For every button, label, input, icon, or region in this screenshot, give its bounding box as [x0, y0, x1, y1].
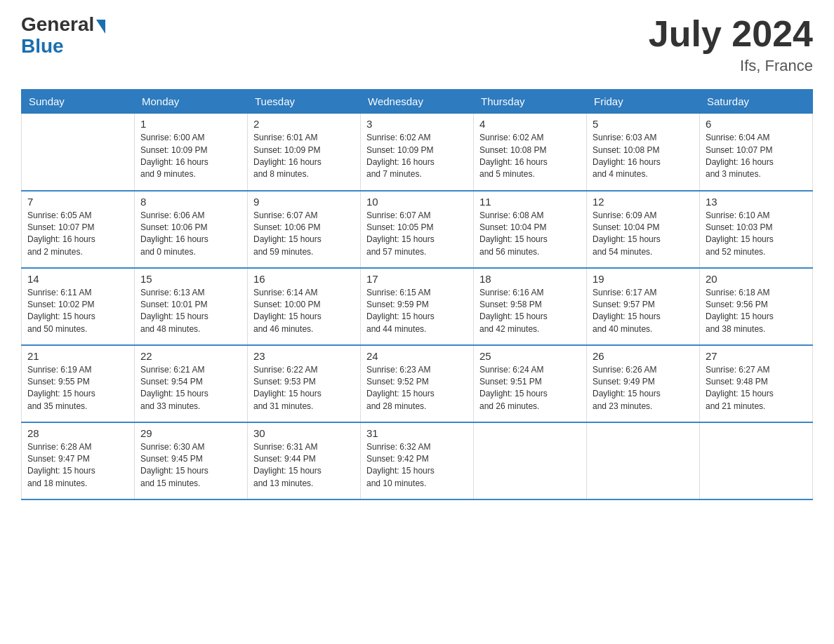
day-number: 20 [706, 273, 807, 285]
calendar-cell: 1Sunrise: 6:00 AM Sunset: 10:09 PM Dayli… [135, 114, 248, 191]
calendar-cell [587, 422, 700, 499]
day-info: Sunrise: 6:15 AM Sunset: 9:59 PM Dayligh… [366, 287, 468, 336]
calendar-cell: 22Sunrise: 6:21 AM Sunset: 9:54 PM Dayli… [135, 345, 248, 422]
day-info: Sunrise: 6:17 AM Sunset: 9:57 PM Dayligh… [593, 287, 694, 336]
weekday-header-friday: Friday [587, 90, 700, 114]
day-info: Sunrise: 6:02 AM Sunset: 10:08 PM Daylig… [479, 132, 581, 181]
weekday-header-saturday: Saturday [700, 90, 813, 114]
day-number: 16 [253, 273, 355, 285]
calendar-cell: 10Sunrise: 6:07 AM Sunset: 10:05 PM Dayl… [361, 191, 474, 268]
day-info: Sunrise: 6:19 AM Sunset: 9:55 PM Dayligh… [27, 364, 128, 413]
day-info: Sunrise: 6:05 AM Sunset: 10:07 PM Daylig… [27, 210, 128, 259]
day-info: Sunrise: 6:14 AM Sunset: 10:00 PM Daylig… [253, 287, 355, 336]
calendar-cell: 3Sunrise: 6:02 AM Sunset: 10:09 PM Dayli… [361, 114, 474, 191]
calendar-cell: 2Sunrise: 6:01 AM Sunset: 10:09 PM Dayli… [248, 114, 361, 191]
calendar-cell: 17Sunrise: 6:15 AM Sunset: 9:59 PM Dayli… [361, 268, 474, 345]
day-number: 17 [366, 273, 468, 285]
day-number: 9 [253, 196, 355, 208]
day-number: 11 [479, 196, 581, 208]
weekday-header-monday: Monday [135, 90, 248, 114]
calendar-cell [474, 422, 587, 499]
calendar-cell: 26Sunrise: 6:26 AM Sunset: 9:49 PM Dayli… [587, 345, 700, 422]
calendar-cell: 30Sunrise: 6:31 AM Sunset: 9:44 PM Dayli… [248, 422, 361, 499]
title-block: July 2024 Ifs, France [649, 14, 813, 75]
day-number: 22 [140, 350, 241, 362]
weekday-header-tuesday: Tuesday [248, 90, 361, 114]
day-info: Sunrise: 6:28 AM Sunset: 9:47 PM Dayligh… [27, 441, 128, 490]
day-number: 18 [479, 273, 581, 285]
calendar-week-row: 7Sunrise: 6:05 AM Sunset: 10:07 PM Dayli… [22, 191, 813, 268]
day-info: Sunrise: 6:18 AM Sunset: 9:56 PM Dayligh… [706, 287, 807, 336]
day-info: Sunrise: 6:07 AM Sunset: 10:05 PM Daylig… [366, 210, 468, 259]
calendar-week-row: 21Sunrise: 6:19 AM Sunset: 9:55 PM Dayli… [22, 345, 813, 422]
day-info: Sunrise: 6:02 AM Sunset: 10:09 PM Daylig… [366, 132, 468, 181]
day-number: 12 [593, 196, 694, 208]
calendar-body: 1Sunrise: 6:00 AM Sunset: 10:09 PM Dayli… [22, 114, 813, 499]
calendar-cell: 15Sunrise: 6:13 AM Sunset: 10:01 PM Dayl… [135, 268, 248, 345]
calendar-cell: 31Sunrise: 6:32 AM Sunset: 9:42 PM Dayli… [361, 422, 474, 499]
day-number: 7 [27, 196, 128, 208]
calendar-cell: 14Sunrise: 6:11 AM Sunset: 10:02 PM Dayl… [22, 268, 135, 345]
day-info: Sunrise: 6:24 AM Sunset: 9:51 PM Dayligh… [479, 364, 581, 413]
calendar-cell: 19Sunrise: 6:17 AM Sunset: 9:57 PM Dayli… [587, 268, 700, 345]
day-number: 23 [253, 350, 355, 362]
day-number: 14 [27, 273, 128, 285]
day-info: Sunrise: 6:30 AM Sunset: 9:45 PM Dayligh… [140, 441, 241, 490]
calendar-cell: 5Sunrise: 6:03 AM Sunset: 10:08 PM Dayli… [587, 114, 700, 191]
calendar-cell [22, 114, 135, 191]
calendar-title: July 2024 [649, 14, 813, 54]
day-info: Sunrise: 6:13 AM Sunset: 10:01 PM Daylig… [140, 287, 241, 336]
day-number: 28 [27, 427, 128, 439]
day-info: Sunrise: 6:22 AM Sunset: 9:53 PM Dayligh… [253, 364, 355, 413]
day-number: 13 [706, 196, 807, 208]
day-number: 2 [253, 118, 355, 130]
day-info: Sunrise: 6:10 AM Sunset: 10:03 PM Daylig… [706, 210, 807, 259]
day-number: 27 [706, 350, 807, 362]
day-info: Sunrise: 6:32 AM Sunset: 9:42 PM Dayligh… [366, 441, 468, 490]
calendar-week-row: 14Sunrise: 6:11 AM Sunset: 10:02 PM Dayl… [22, 268, 813, 345]
logo-text: General Blue [21, 14, 105, 58]
day-info: Sunrise: 6:31 AM Sunset: 9:44 PM Dayligh… [253, 441, 355, 490]
calendar-cell: 24Sunrise: 6:23 AM Sunset: 9:52 PM Dayli… [361, 345, 474, 422]
calendar-cell: 16Sunrise: 6:14 AM Sunset: 10:00 PM Dayl… [248, 268, 361, 345]
day-number: 4 [479, 118, 581, 130]
weekday-header-thursday: Thursday [474, 90, 587, 114]
calendar-cell: 13Sunrise: 6:10 AM Sunset: 10:03 PM Dayl… [700, 191, 813, 268]
day-info: Sunrise: 6:27 AM Sunset: 9:48 PM Dayligh… [706, 364, 807, 413]
calendar-cell: 25Sunrise: 6:24 AM Sunset: 9:51 PM Dayli… [474, 345, 587, 422]
calendar-table: SundayMondayTuesdayWednesdayThursdayFrid… [21, 89, 813, 500]
logo-blue: Blue [21, 35, 64, 57]
day-info: Sunrise: 6:09 AM Sunset: 10:04 PM Daylig… [593, 210, 694, 259]
day-number: 3 [366, 118, 468, 130]
calendar-cell: 28Sunrise: 6:28 AM Sunset: 9:47 PM Dayli… [22, 422, 135, 499]
day-number: 31 [366, 427, 468, 439]
weekday-header-sunday: Sunday [22, 90, 135, 114]
page-header: General Blue July 2024 Ifs, France [21, 14, 813, 75]
day-number: 30 [253, 427, 355, 439]
day-info: Sunrise: 6:01 AM Sunset: 10:09 PM Daylig… [253, 132, 355, 181]
logo-triangle-icon [96, 20, 105, 34]
day-info: Sunrise: 6:26 AM Sunset: 9:49 PM Dayligh… [593, 364, 694, 413]
day-number: 5 [593, 118, 694, 130]
day-info: Sunrise: 6:11 AM Sunset: 10:02 PM Daylig… [27, 287, 128, 336]
calendar-cell: 23Sunrise: 6:22 AM Sunset: 9:53 PM Dayli… [248, 345, 361, 422]
calendar-cell: 11Sunrise: 6:08 AM Sunset: 10:04 PM Dayl… [474, 191, 587, 268]
day-info: Sunrise: 6:06 AM Sunset: 10:06 PM Daylig… [140, 210, 241, 259]
day-number: 21 [27, 350, 128, 362]
calendar-week-row: 28Sunrise: 6:28 AM Sunset: 9:47 PM Dayli… [22, 422, 813, 499]
day-info: Sunrise: 6:16 AM Sunset: 9:58 PM Dayligh… [479, 287, 581, 336]
logo: General Blue [21, 14, 105, 58]
calendar-cell: 7Sunrise: 6:05 AM Sunset: 10:07 PM Dayli… [22, 191, 135, 268]
calendar-subtitle: Ifs, France [649, 57, 813, 75]
day-number: 8 [140, 196, 241, 208]
calendar-cell: 9Sunrise: 6:07 AM Sunset: 10:06 PM Dayli… [248, 191, 361, 268]
day-info: Sunrise: 6:04 AM Sunset: 10:07 PM Daylig… [706, 132, 807, 181]
day-info: Sunrise: 6:23 AM Sunset: 9:52 PM Dayligh… [366, 364, 468, 413]
calendar-cell: 12Sunrise: 6:09 AM Sunset: 10:04 PM Dayl… [587, 191, 700, 268]
day-number: 25 [479, 350, 581, 362]
calendar-cell: 27Sunrise: 6:27 AM Sunset: 9:48 PM Dayli… [700, 345, 813, 422]
weekday-header-wednesday: Wednesday [361, 90, 474, 114]
calendar-cell: 29Sunrise: 6:30 AM Sunset: 9:45 PM Dayli… [135, 422, 248, 499]
day-info: Sunrise: 6:03 AM Sunset: 10:08 PM Daylig… [593, 132, 694, 181]
day-info: Sunrise: 6:21 AM Sunset: 9:54 PM Dayligh… [140, 364, 241, 413]
